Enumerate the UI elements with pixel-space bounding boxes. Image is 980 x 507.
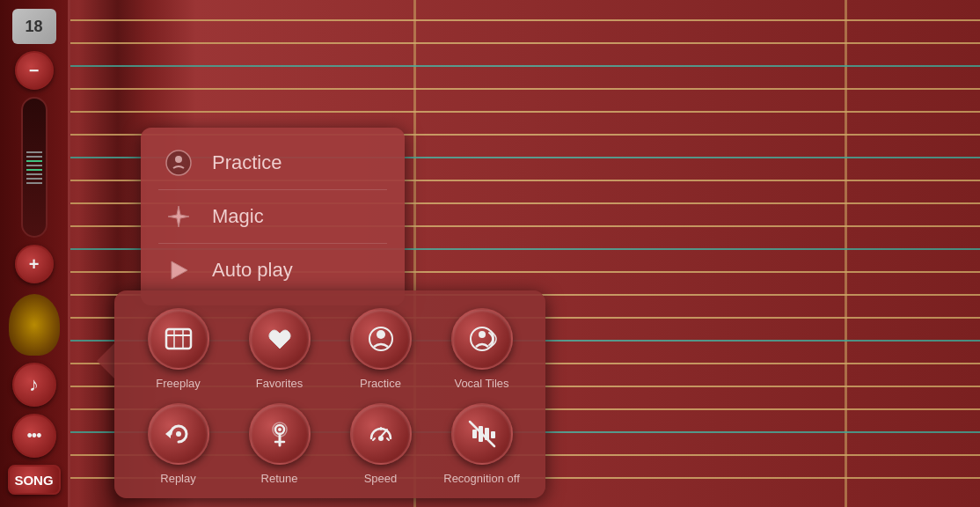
svg-rect-26 xyxy=(491,431,495,438)
string-4 xyxy=(70,88,980,90)
autoplay-mode-label: Auto play xyxy=(212,259,293,282)
panel-arrow xyxy=(97,343,114,378)
svg-line-20 xyxy=(373,438,375,440)
practice-label: Practice xyxy=(360,377,401,390)
freeplay-button[interactable] xyxy=(148,308,209,370)
magic-mode-icon xyxy=(163,201,194,232)
svg-line-18 xyxy=(381,430,387,437)
autoplay-mode-icon xyxy=(163,254,194,286)
recognition-off-button[interactable] xyxy=(451,403,513,465)
string-3 xyxy=(70,65,980,67)
mode-item-magic[interactable]: Magic xyxy=(154,190,391,243)
slider-tick xyxy=(26,178,42,180)
practice-button[interactable] xyxy=(350,308,412,370)
speed-label: Speed xyxy=(364,472,398,485)
svg-line-21 xyxy=(387,438,389,440)
freeplay-label: Freeplay xyxy=(156,377,201,390)
song-button[interactable]: SONG xyxy=(8,465,61,495)
plus-icon: + xyxy=(29,254,40,275)
magic-mode-label: Magic xyxy=(212,205,264,228)
mode-item-autoplay[interactable]: Auto play xyxy=(154,244,391,297)
number-badge: 18 xyxy=(12,9,56,44)
retune-button[interactable] xyxy=(249,403,311,465)
speed-button[interactable] xyxy=(350,403,412,465)
decorative-ornament xyxy=(9,294,60,356)
slider-tick xyxy=(26,173,42,175)
svg-point-14 xyxy=(278,428,282,431)
retune-item[interactable]: Retune xyxy=(233,403,325,485)
recognition-off-item[interactable]: Recognition off xyxy=(435,403,528,485)
practice-mode-icon xyxy=(163,147,194,179)
slider-tick xyxy=(26,182,42,184)
string-2 xyxy=(70,42,980,44)
speed-item[interactable]: Speed xyxy=(334,403,427,485)
slider-tick xyxy=(26,156,42,158)
svg-point-9 xyxy=(471,327,494,350)
replay-button[interactable] xyxy=(148,403,209,465)
music-note-icon: ♪ xyxy=(29,373,39,396)
string-5 xyxy=(70,111,980,113)
favorites-label: Favorites xyxy=(256,377,303,390)
svg-rect-23 xyxy=(472,430,477,438)
svg-point-19 xyxy=(378,436,384,441)
svg-point-2 xyxy=(175,156,182,163)
more-icon: ••• xyxy=(27,427,41,445)
more-options-button[interactable]: ••• xyxy=(12,414,56,458)
vocal-tiles-label: Vocal Tiles xyxy=(454,377,508,390)
minus-icon: − xyxy=(29,61,40,81)
slider-tick xyxy=(26,165,42,166)
svg-point-8 xyxy=(377,330,385,339)
volume-minus-button[interactable]: − xyxy=(15,51,54,90)
mode-menu: Practice Magic Auto play xyxy=(141,128,405,305)
replay-label: Replay xyxy=(160,472,195,485)
svg-marker-11 xyxy=(165,430,171,438)
action-grid: Freeplay Favorites Practice xyxy=(132,308,528,485)
slider-tick xyxy=(26,160,42,162)
practice-item[interactable]: Practice xyxy=(334,308,427,390)
slider-tick xyxy=(26,169,42,171)
mode-item-practice[interactable]: Practice xyxy=(154,136,391,189)
recognition-off-label: Recognition off xyxy=(443,472,520,485)
music-button[interactable]: ♪ xyxy=(12,363,56,407)
favorites-item[interactable]: Favorites xyxy=(233,308,325,390)
song-label: SONG xyxy=(14,473,53,488)
svg-rect-3 xyxy=(166,329,191,349)
retune-label: Retune xyxy=(261,472,298,485)
vocal-tiles-button[interactable] xyxy=(451,308,513,370)
svg-point-12 xyxy=(176,431,181,437)
volume-slider[interactable] xyxy=(21,97,48,238)
left-panel: 18 − + ♪ ••• SONG xyxy=(0,0,70,507)
action-panel: Freeplay Favorites Practice xyxy=(114,290,545,498)
favorites-button[interactable] xyxy=(249,308,311,370)
slider-tick xyxy=(26,151,42,153)
freeplay-item[interactable]: Freeplay xyxy=(132,308,224,390)
svg-point-10 xyxy=(479,331,486,338)
practice-mode-label: Practice xyxy=(212,151,282,174)
replay-item[interactable]: Replay xyxy=(132,403,224,485)
string-1 xyxy=(70,19,980,21)
volume-plus-button[interactable]: + xyxy=(15,245,54,283)
vocal-tiles-item[interactable]: Vocal Tiles xyxy=(435,308,528,390)
